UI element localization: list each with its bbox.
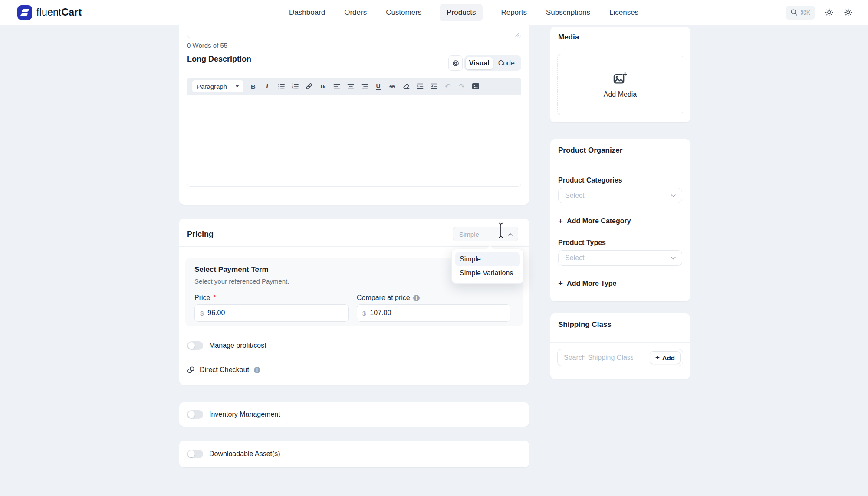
word-count: 0 Words of 55 xyxy=(187,42,227,49)
eraser-icon[interactable] xyxy=(402,82,410,91)
chevron-down-icon xyxy=(671,257,676,260)
product-types-select[interactable]: Select xyxy=(558,250,682,266)
underline-icon[interactable]: U xyxy=(374,82,382,91)
media-card: Media Add Media xyxy=(550,27,690,122)
description-card: 0 Words of 55 Long Description Visual Co… xyxy=(179,25,529,205)
nav-item-dashboard[interactable]: Dashboard xyxy=(288,4,326,21)
pricing-title: Pricing xyxy=(187,230,214,239)
product-organizer-title: Product Organizer xyxy=(558,146,622,155)
required-asterisk: * xyxy=(213,294,216,302)
product-categories-label: Product Categories xyxy=(558,176,622,184)
outdent-icon[interactable] xyxy=(430,82,438,91)
payment-term-subtitle: Select your referenced Payment. xyxy=(194,277,289,285)
editor-mode-visual[interactable]: Visual xyxy=(466,57,493,69)
nav-item-orders[interactable]: Orders xyxy=(343,4,368,21)
price-input[interactable] xyxy=(207,309,343,317)
product-categories-select[interactable]: Select xyxy=(558,188,682,203)
pricing-divider xyxy=(179,246,529,247)
paragraph-style-select[interactable]: Paragraph xyxy=(192,80,243,92)
link-icon[interactable] xyxy=(305,82,313,91)
long-description-editor[interactable] xyxy=(187,95,521,187)
global-search-button[interactable]: ⌘K xyxy=(786,6,815,20)
editor-mode-toggle: Visual Code xyxy=(464,55,521,71)
shipping-class-title: Shipping Class xyxy=(558,320,612,329)
search-icon xyxy=(790,9,798,16)
resize-handle-icon[interactable] xyxy=(515,33,519,37)
downloadable-card: Downloadable Asset(s) xyxy=(179,441,529,467)
add-media-label: Add Media xyxy=(604,91,637,98)
inventory-card: Inventory Management xyxy=(179,402,529,427)
chevron-down-icon xyxy=(671,194,676,197)
search-shortcut: ⌘K xyxy=(800,9,810,16)
long-description-title: Long Description xyxy=(187,55,251,64)
product-types-label: Product Types xyxy=(558,239,606,247)
product-type-select[interactable]: Simple xyxy=(453,227,518,241)
preview-button[interactable] xyxy=(448,55,463,71)
svg-text:3: 3 xyxy=(292,87,293,90)
light-mode-sun-icon[interactable] xyxy=(824,7,834,18)
product-organizer-card: Product Organizer Product Categories Sel… xyxy=(550,139,690,301)
organizer-divider xyxy=(550,167,690,167)
indent-icon[interactable] xyxy=(416,82,424,91)
undo-icon[interactable]: ↶ xyxy=(444,82,452,91)
downloadable-assets-toggle[interactable] xyxy=(187,450,203,458)
shipping-class-search-input[interactable] xyxy=(558,349,639,366)
inventory-management-label: Inventory Management xyxy=(209,411,280,418)
align-right-icon[interactable] xyxy=(360,82,368,91)
strikethrough-icon[interactable]: ab xyxy=(388,82,396,91)
insert-image-icon[interactable] xyxy=(471,82,480,91)
add-more-category-button[interactable]: + Add More Category xyxy=(558,217,631,225)
unordered-list-icon[interactable] xyxy=(277,82,285,91)
redo-icon[interactable]: ↷ xyxy=(457,82,466,91)
product-type-dropdown: Simple Simple Variations xyxy=(451,249,524,284)
dropdown-option-simple-variations[interactable]: Simple Variations xyxy=(455,266,520,280)
compare-at-price-label: Compare at price i xyxy=(357,294,420,302)
nav-item-products[interactable]: Products xyxy=(440,4,483,21)
currency-symbol: $ xyxy=(200,310,204,317)
nav-item-customers[interactable]: Customers xyxy=(385,4,422,21)
pricing-card: Pricing Simple Select Payment Term Selec… xyxy=(179,219,529,385)
align-center-icon[interactable] xyxy=(346,82,355,91)
inventory-management-toggle[interactable] xyxy=(187,410,203,419)
editor-mode-code[interactable]: Code xyxy=(493,57,520,69)
align-left-icon[interactable] xyxy=(332,82,341,91)
compare-price-info-icon[interactable]: i xyxy=(413,295,420,301)
settings-gear-icon[interactable] xyxy=(843,7,853,18)
nav-item-reports[interactable]: Reports xyxy=(500,4,528,21)
brand-logo[interactable]: fluentCart xyxy=(17,5,82,20)
blockquote-icon[interactable]: “ xyxy=(319,82,327,91)
top-navbar: fluentCart Dashboard Orders Customers Pr… xyxy=(0,0,868,25)
media-title: Media xyxy=(558,33,579,42)
main-nav: Dashboard Orders Customers Products Repo… xyxy=(288,4,639,21)
shipping-divider xyxy=(550,342,690,343)
nav-item-subscriptions[interactable]: Subscriptions xyxy=(545,4,591,21)
direct-checkout-label: Direct Checkout xyxy=(200,366,249,374)
add-media-button[interactable]: Add Media xyxy=(557,54,683,115)
compare-at-price-input[interactable] xyxy=(370,309,505,317)
add-media-image-icon xyxy=(612,71,628,86)
shipping-add-button[interactable]: + Add xyxy=(650,351,681,364)
add-more-type-button[interactable]: + Add More Type xyxy=(558,280,616,287)
payment-term-title: Select Payment Term xyxy=(194,265,269,274)
text-cursor-ibeam xyxy=(497,222,504,238)
downloadable-assets-label: Downloadable Asset(s) xyxy=(209,450,280,458)
plus-icon: + xyxy=(655,353,660,362)
ordered-list-icon[interactable]: 123 xyxy=(291,82,299,91)
direct-checkout-info-icon[interactable]: i xyxy=(254,367,260,373)
dropdown-option-simple[interactable]: Simple xyxy=(455,252,520,266)
manage-profit-toggle[interactable] xyxy=(187,341,203,350)
price-label: Price* xyxy=(194,294,216,302)
chevron-up-icon xyxy=(508,233,513,236)
compare-price-input-wrap: $ xyxy=(357,304,510,322)
italic-icon[interactable]: I xyxy=(263,82,271,91)
nav-item-licenses[interactable]: Licenses xyxy=(608,4,639,21)
editor-toolbar: Paragraph B I 123 “ U ab xyxy=(187,78,521,95)
direct-checkout-row: Direct Checkout i xyxy=(187,366,260,374)
dropdown-arrow-icon xyxy=(235,85,239,88)
fluentcart-logo-icon xyxy=(17,5,32,20)
currency-symbol: $ xyxy=(362,310,366,317)
short-description-textarea[interactable] xyxy=(187,25,521,38)
brand-name: fluentCart xyxy=(36,7,82,18)
plus-icon: + xyxy=(558,280,563,287)
bold-icon[interactable]: B xyxy=(249,82,257,91)
